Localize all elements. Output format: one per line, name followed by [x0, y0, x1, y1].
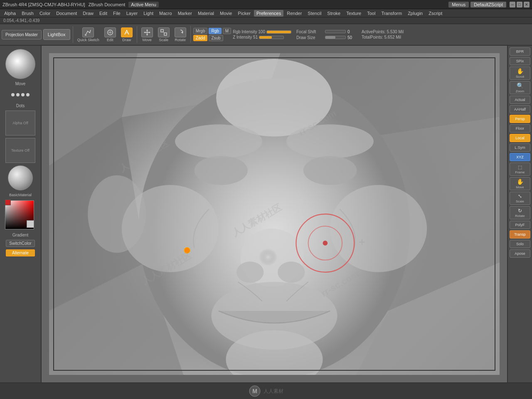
menu-brush[interactable]: Brush	[19, 10, 36, 17]
z-intensity-row: Z Intensity 51	[233, 35, 291, 39]
toolbar: Projection Master LightBox Quick Sketch …	[0, 24, 532, 46]
menu-zscript[interactable]: Zscript	[426, 10, 445, 17]
intensity-group: Rgb Intensity 100 Z Intensity 51	[233, 30, 291, 39]
menu-texture[interactable]: Texture	[344, 10, 364, 17]
zsub-button[interactable]: Zsub	[209, 35, 223, 41]
zadd-button[interactable]: Zadd	[193, 35, 208, 41]
close-button[interactable]: ✕	[524, 2, 530, 7]
alpha-preview[interactable]: Alpha Off	[5, 111, 35, 135]
menu-render[interactable]: Render	[284, 10, 304, 17]
lsym-button[interactable]: L.Sym	[510, 143, 530, 152]
texture-preview[interactable]: Texture Off	[5, 138, 35, 163]
lightbox-button[interactable]: LightBox	[43, 29, 70, 40]
color-picker-area[interactable]	[5, 200, 36, 229]
floor-button[interactable]: Floor	[510, 124, 530, 133]
move-right-button[interactable]: ✋ Move	[510, 177, 530, 190]
dots-label: Dots	[16, 103, 25, 108]
material-label: BasicMaterial	[9, 193, 32, 197]
draw-icon	[121, 27, 133, 37]
foreground-color-swatch[interactable]	[27, 220, 34, 228]
texture-label: Texture Off	[11, 148, 30, 153]
dot-4	[26, 93, 30, 96]
menu-stencil[interactable]: Stencil	[305, 10, 324, 17]
main-area: Move Dots Alpha Off Texture Off BasicMat…	[0, 46, 532, 382]
left-sidebar: Move Dots Alpha Off Texture Off BasicMat…	[0, 46, 42, 382]
scroll-button[interactable]: ✋ Scroll	[510, 66, 530, 80]
spix-button[interactable]: SPix	[510, 57, 530, 65]
svg-marker-4	[144, 32, 145, 33]
aahalf-button[interactable]: AAHalf	[510, 105, 530, 113]
canvas-area[interactable]: 人人素材社区 人人素材社区 rr-sc.com 人人素材社区 rr-sc.com	[42, 46, 507, 382]
brush-preview[interactable]	[5, 49, 35, 79]
menu-tool[interactable]: Tool	[365, 10, 378, 17]
active-points-value: 5.530 Mil	[387, 30, 404, 34]
scale-right-button[interactable]: ⤡ Scale	[510, 192, 530, 205]
sculpt-canvas[interactable]: 人人素材社区 人人素材社区 rr-sc.com 人人素材社区 rr-sc.com	[49, 53, 500, 375]
draw-button[interactable]: Draw	[119, 27, 134, 43]
frame-icon: ⬚	[518, 165, 522, 170]
mrgb-button[interactable]: Mrgb	[193, 28, 208, 34]
menu-document[interactable]: Document	[54, 10, 79, 17]
switch-color-button[interactable]: SwitchColor	[6, 240, 35, 247]
focal-shift-row: Focal Shift 0	[296, 30, 356, 34]
move-button[interactable]: Move	[140, 27, 155, 43]
quick-sketch-button[interactable]: Quick Sketch	[76, 27, 101, 43]
apose-button[interactable]: Apose	[510, 249, 530, 258]
menu-picker[interactable]: Picker	[235, 10, 253, 17]
svg-point-25	[278, 261, 305, 283]
focal-shift-slider[interactable]	[325, 30, 346, 33]
menu-zplugin[interactable]: Zplugin	[405, 10, 425, 17]
rotate-button[interactable]: Rotate	[173, 27, 188, 43]
menu-layer[interactable]: Layer	[124, 10, 140, 17]
rgb-button[interactable]: Rgb	[209, 28, 221, 34]
scale-button[interactable]: Scale	[156, 27, 171, 43]
focal-shift-label: Focal Shift	[296, 30, 323, 34]
persp-button[interactable]: Persp	[510, 115, 530, 123]
menu-preferences[interactable]: Preferences	[254, 10, 283, 17]
transp-button[interactable]: Transp	[510, 230, 530, 239]
3d-viewport[interactable]	[49, 53, 500, 375]
svg-point-17	[216, 59, 332, 136]
menu-stroke[interactable]: Stroke	[325, 10, 343, 17]
actual-button[interactable]: Actual	[510, 96, 530, 104]
menu-edit[interactable]: Edit	[97, 10, 110, 17]
draw-size-slider[interactable]	[325, 36, 346, 39]
rgb-intensity-slider[interactable]	[266, 30, 291, 34]
polyf-button[interactable]: PolyF	[510, 221, 530, 229]
material-preview[interactable]	[8, 165, 33, 190]
menu-macro[interactable]: Macro	[157, 10, 175, 17]
menu-draw[interactable]: Draw	[80, 10, 96, 17]
zoom-button[interactable]: 🔍 Zoom	[510, 81, 530, 94]
menu-file[interactable]: File	[111, 10, 123, 17]
total-points-row: TotalPoints: 5.652 Mil	[362, 35, 404, 39]
minimize-button[interactable]: ─	[510, 2, 515, 7]
xyz-button[interactable]: XYZ	[510, 153, 530, 161]
menus-button[interactable]: Menus	[448, 2, 469, 7]
total-points-label: TotalPoints:	[362, 35, 383, 39]
svg-point-36	[184, 247, 190, 253]
edit-button[interactable]: Edit	[103, 27, 118, 43]
menu-transform[interactable]: Transform	[379, 10, 404, 17]
menu-movie[interactable]: Movie	[217, 10, 234, 17]
menu-marker[interactable]: Marker	[175, 10, 195, 17]
menu-light[interactable]: Light	[141, 10, 156, 17]
maximize-button[interactable]: □	[517, 2, 522, 7]
stroke-preview[interactable]	[5, 89, 35, 101]
svg-point-24	[236, 261, 264, 283]
menu-material[interactable]: Material	[195, 10, 217, 17]
rotate-label: Rotate	[175, 38, 186, 42]
draw-size-value: 50	[347, 35, 356, 40]
z-intensity-slider[interactable]	[259, 36, 284, 39]
local-button[interactable]: Local	[510, 134, 530, 142]
frame-label: Frame	[515, 170, 525, 174]
frame-button[interactable]: ⬚ Frame	[510, 163, 530, 176]
m-button[interactable]: M	[223, 28, 231, 34]
menu-color[interactable]: Color	[37, 10, 53, 17]
projection-master-button[interactable]: Projection Master	[2, 30, 42, 39]
menu-alpha[interactable]: Alpha	[2, 10, 18, 17]
bpr-button[interactable]: BPR	[510, 47, 530, 56]
quick-sketch-label: Quick Sketch	[77, 38, 99, 42]
rotate-right-button[interactable]: ↻ Rotate	[510, 206, 530, 219]
solo-button[interactable]: Solo	[510, 240, 530, 248]
alternate-button[interactable]: Alternate	[6, 249, 35, 256]
